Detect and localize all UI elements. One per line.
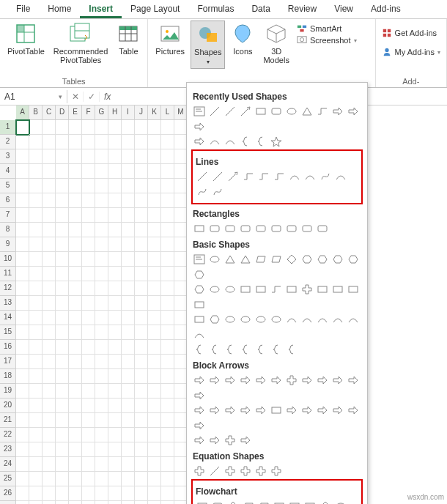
cell[interactable] bbox=[43, 311, 56, 325]
shape-option[interactable] bbox=[254, 313, 267, 326]
shape-option[interactable] bbox=[270, 222, 283, 235]
shape-option[interactable] bbox=[347, 404, 360, 417]
cell[interactable] bbox=[29, 457, 43, 472]
cell[interactable] bbox=[29, 311, 43, 325]
cell[interactable] bbox=[43, 428, 56, 442]
cell[interactable] bbox=[135, 472, 148, 486]
cell[interactable] bbox=[69, 457, 82, 472]
tab-page-layout[interactable]: Page Layout bbox=[122, 0, 188, 18]
cell[interactable] bbox=[148, 399, 161, 413]
tab-formulas[interactable]: Formulas bbox=[188, 0, 243, 18]
tab-home[interactable]: Home bbox=[39, 0, 80, 18]
shape-option[interactable] bbox=[224, 253, 237, 266]
shape-option[interactable] bbox=[196, 500, 209, 504]
shape-option[interactable] bbox=[193, 135, 206, 148]
cell[interactable] bbox=[82, 311, 95, 325]
cell[interactable] bbox=[122, 325, 135, 340]
cell[interactable] bbox=[122, 486, 135, 501]
cell[interactable] bbox=[43, 149, 56, 164]
shape-option[interactable] bbox=[303, 170, 317, 183]
cell[interactable] bbox=[43, 472, 56, 486]
cell[interactable] bbox=[161, 340, 174, 355]
shape-option[interactable] bbox=[193, 253, 206, 266]
cell[interactable] bbox=[16, 164, 29, 179]
cell[interactable] bbox=[122, 223, 135, 237]
shape-option[interactable] bbox=[273, 170, 286, 183]
cell[interactable] bbox=[16, 501, 29, 504]
cell[interactable] bbox=[82, 149, 95, 164]
shape-option[interactable] bbox=[316, 105, 329, 118]
cell[interactable] bbox=[56, 149, 69, 164]
shape-option[interactable] bbox=[316, 283, 329, 296]
cell[interactable] bbox=[95, 369, 108, 384]
cell[interactable] bbox=[29, 369, 43, 384]
shape-option[interactable] bbox=[239, 135, 252, 148]
cell[interactable] bbox=[29, 355, 43, 369]
shape-option[interactable] bbox=[224, 464, 237, 478]
cell[interactable] bbox=[135, 384, 148, 399]
name-box[interactable]: A1▾ bbox=[0, 90, 67, 103]
shape-option[interactable] bbox=[347, 283, 360, 296]
cell[interactable] bbox=[135, 428, 148, 442]
cell[interactable] bbox=[108, 413, 122, 428]
shape-option[interactable] bbox=[224, 105, 237, 118]
shape-option[interactable] bbox=[300, 253, 314, 266]
cell[interactable] bbox=[43, 179, 56, 193]
row-header[interactable]: 23 bbox=[0, 442, 16, 457]
row-header[interactable]: 12 bbox=[0, 281, 16, 296]
cell[interactable] bbox=[69, 486, 82, 501]
cell[interactable] bbox=[95, 193, 108, 208]
tab-data[interactable]: Data bbox=[243, 0, 278, 18]
cell[interactable] bbox=[148, 442, 161, 457]
recommended-pivottables-button[interactable]: Recommended PivotTables bbox=[51, 21, 111, 66]
cell[interactable] bbox=[95, 281, 108, 296]
cell[interactable] bbox=[122, 252, 135, 267]
cell[interactable] bbox=[161, 164, 174, 179]
shape-option[interactable] bbox=[196, 185, 209, 199]
cell[interactable] bbox=[16, 355, 29, 369]
cell[interactable] bbox=[148, 237, 161, 252]
cell[interactable] bbox=[122, 193, 135, 208]
shape-option[interactable] bbox=[285, 343, 298, 356]
cell[interactable] bbox=[122, 413, 135, 428]
tab-file[interactable]: File bbox=[7, 0, 39, 18]
cell[interactable] bbox=[69, 384, 82, 399]
cell[interactable] bbox=[43, 296, 56, 311]
cell[interactable] bbox=[82, 208, 95, 223]
cell[interactable] bbox=[69, 428, 82, 442]
cell[interactable] bbox=[82, 325, 95, 340]
cell[interactable] bbox=[108, 193, 122, 208]
shape-option[interactable] bbox=[319, 500, 332, 504]
cell[interactable] bbox=[69, 325, 82, 340]
shape-option[interactable] bbox=[208, 434, 221, 447]
cell[interactable] bbox=[161, 384, 174, 399]
shape-option[interactable] bbox=[208, 135, 221, 148]
cell[interactable] bbox=[69, 413, 82, 428]
cell[interactable] bbox=[161, 486, 174, 501]
cell[interactable] bbox=[43, 340, 56, 355]
shape-option[interactable] bbox=[193, 419, 206, 432]
cell[interactable] bbox=[43, 164, 56, 179]
shape-option[interactable] bbox=[300, 313, 314, 326]
shape-option[interactable] bbox=[239, 404, 252, 417]
cell[interactable] bbox=[29, 164, 43, 179]
row-header[interactable]: 18 bbox=[0, 369, 16, 384]
shape-option[interactable] bbox=[254, 374, 267, 387]
shape-option[interactable] bbox=[316, 404, 329, 417]
cell[interactable] bbox=[56, 120, 69, 135]
cell[interactable] bbox=[122, 384, 135, 399]
cell[interactable] bbox=[29, 193, 43, 208]
cell[interactable] bbox=[135, 193, 148, 208]
cell[interactable] bbox=[29, 486, 43, 501]
cell[interactable] bbox=[95, 179, 108, 193]
cell[interactable] bbox=[122, 237, 135, 252]
cell[interactable] bbox=[161, 193, 174, 208]
cell[interactable] bbox=[122, 149, 135, 164]
cell[interactable] bbox=[148, 193, 161, 208]
shape-option[interactable] bbox=[224, 222, 237, 235]
cell[interactable] bbox=[108, 472, 122, 486]
shape-option[interactable] bbox=[257, 500, 270, 504]
shape-option[interactable] bbox=[224, 283, 237, 296]
column-header[interactable]: G bbox=[95, 105, 108, 120]
cell[interactable] bbox=[108, 311, 122, 325]
